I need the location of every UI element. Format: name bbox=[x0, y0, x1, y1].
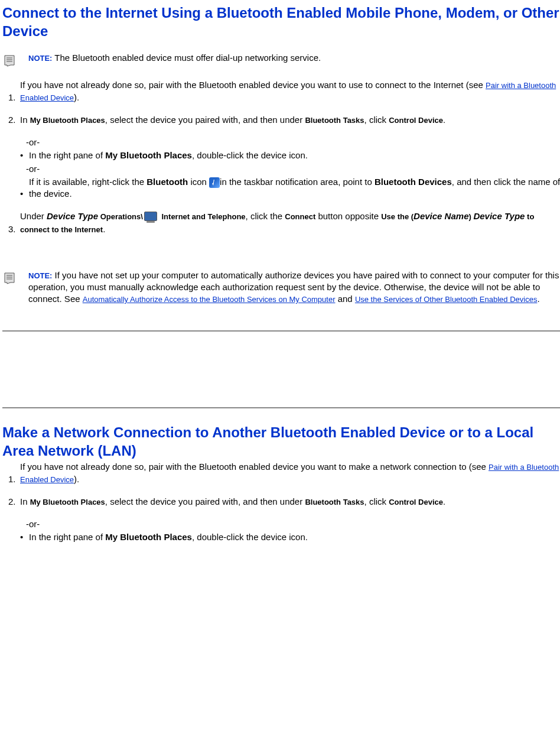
divider-2 bbox=[2, 407, 560, 408]
step-3: 3. Under Device Type Operations\ Interne… bbox=[2, 210, 560, 235]
step-2: 2. In My Bluetooth Places, select the de… bbox=[2, 114, 560, 126]
sub-item-1a: • In the right pane of My Bluetooth Plac… bbox=[20, 150, 560, 161]
note-label: NOTE: bbox=[28, 271, 52, 280]
note-block-1: NOTE: The Bluetooth enabled device must … bbox=[2, 52, 560, 67]
note-block-2: NOTE: If you have not set up your comput… bbox=[2, 269, 560, 306]
use-services-link[interactable]: Use the Services of Other Bluetooth Enab… bbox=[355, 295, 538, 304]
s2-step-2: 2. In My Bluetooth Places, select the de… bbox=[2, 496, 560, 508]
s2-sub-item-1: • In the right pane of My Bluetooth Plac… bbox=[20, 531, 560, 543]
section-heading-1: Connect to the Internet Using a Bluetoot… bbox=[2, 4, 560, 40]
computer-icon bbox=[143, 210, 159, 223]
note-icon bbox=[2, 53, 17, 67]
s2-or-text-1: -or- bbox=[26, 518, 560, 530]
divider-1 bbox=[2, 330, 560, 332]
note-text-2: NOTE: If you have not set up your comput… bbox=[22, 269, 560, 306]
bluetooth-icon bbox=[209, 177, 220, 188]
s2-step-1: 1. If you have not already done so, pair… bbox=[2, 461, 560, 485]
note-icon bbox=[2, 271, 17, 285]
or-text-2: -or- bbox=[26, 163, 560, 175]
auto-authorize-link[interactable]: Automatically Authorize Access to the Bl… bbox=[83, 295, 336, 304]
note-text-1: NOTE: The Bluetooth enabled device must … bbox=[22, 52, 560, 64]
note-label: NOTE: bbox=[28, 54, 52, 63]
s2-sub-list: -or- • In the right pane of My Bluetooth… bbox=[20, 518, 560, 544]
sub-item-1b: • If it is available, right-click the Bl… bbox=[20, 176, 560, 200]
step-1: 1. If you have not already done so, pair… bbox=[2, 79, 560, 103]
or-text-1: -or- bbox=[26, 137, 560, 148]
sub-list-1: -or- • In the right pane of My Bluetooth… bbox=[20, 137, 560, 200]
section-heading-2: Make a Network Connection to Another Blu… bbox=[2, 423, 560, 460]
